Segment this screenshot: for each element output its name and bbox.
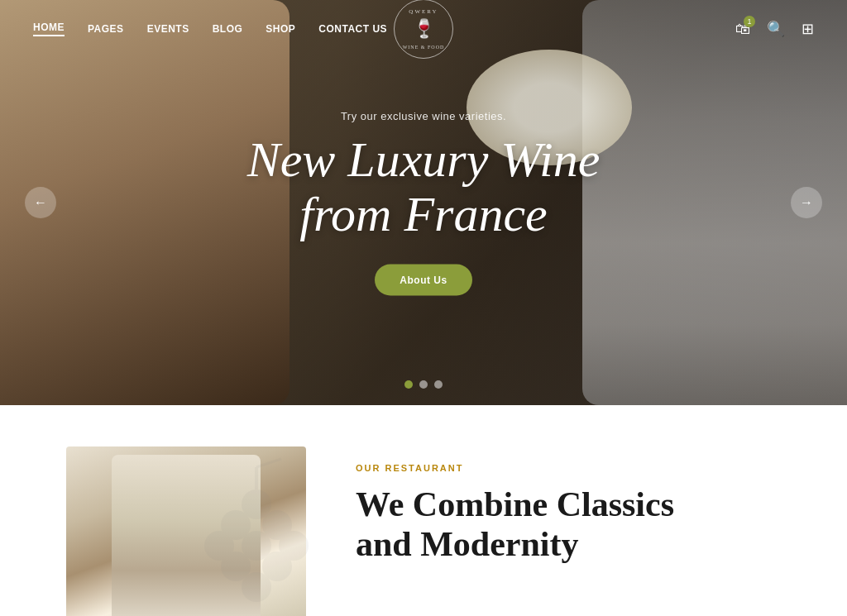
about-image-column bbox=[66, 446, 306, 616]
hero-subtitle: Try our exclusive wine varieties. bbox=[175, 110, 672, 122]
nav-item-pages[interactable]: PAGES bbox=[88, 23, 124, 35]
grape-watermark bbox=[174, 455, 339, 616]
nav-item-shop[interactable]: SHOP bbox=[266, 23, 295, 35]
hero-next-arrow[interactable]: → bbox=[791, 187, 822, 218]
hero-dot-2[interactable] bbox=[419, 380, 428, 389]
hero-title-line1: New Luxury Wine bbox=[247, 132, 601, 187]
search-icon[interactable]: 🔍 bbox=[767, 20, 785, 38]
section-heading: We Combine Classics and Modernity bbox=[356, 485, 781, 565]
about-section: OUR RESTAURANT We Combine Classics and M… bbox=[0, 405, 847, 616]
hero-dot-3[interactable] bbox=[434, 380, 443, 389]
section-heading-line2: and Modernity bbox=[356, 525, 579, 563]
logo-circle: QWERY 🍷 WINE & FOOD bbox=[394, 0, 453, 59]
hero-dot-1[interactable] bbox=[404, 380, 413, 389]
left-arrow-icon: ← bbox=[34, 195, 47, 210]
cart-badge: 1 bbox=[744, 16, 755, 27]
site-header: HOME PAGES EVENTS BLOG SHOP CONTACT US Q… bbox=[0, 0, 847, 58]
hero-title: New Luxury Wine from France bbox=[175, 132, 672, 241]
hero-prev-arrow[interactable]: ← bbox=[25, 187, 56, 218]
right-arrow-icon: → bbox=[800, 195, 813, 210]
hero-dots bbox=[404, 380, 443, 389]
hero-title-line2: from France bbox=[299, 187, 547, 241]
section-tag: OUR RESTAURANT bbox=[356, 463, 781, 473]
hero-content: Try our exclusive wine varieties. New Lu… bbox=[175, 110, 672, 296]
main-nav: HOME PAGES EVENTS BLOG SHOP CONTACT US bbox=[33, 21, 387, 36]
hero-cta-button[interactable]: About Us bbox=[375, 265, 471, 296]
nav-item-blog[interactable]: BLOG bbox=[213, 23, 243, 35]
nav-item-home[interactable]: HOME bbox=[33, 21, 65, 36]
grid-menu-icon[interactable]: ⊞ bbox=[802, 20, 814, 38]
cart-icon[interactable]: 🛍 1 bbox=[735, 21, 750, 38]
nav-item-events[interactable]: EVENTS bbox=[147, 23, 189, 35]
svg-line-10 bbox=[256, 459, 281, 467]
hero-section: HOME PAGES EVENTS BLOG SHOP CONTACT US Q… bbox=[0, 0, 847, 405]
about-text-column: OUR RESTAURANT We Combine Classics and M… bbox=[356, 446, 781, 565]
section-heading-line1: We Combine Classics bbox=[356, 485, 674, 523]
logo-text-bottom: WINE & FOOD bbox=[403, 45, 445, 50]
site-logo[interactable]: QWERY 🍷 WINE & FOOD bbox=[394, 0, 453, 59]
header-icons: 🛍 1 🔍 ⊞ bbox=[735, 20, 814, 38]
svg-point-8 bbox=[242, 572, 271, 602]
nav-item-contact[interactable]: CONTACT US bbox=[318, 23, 387, 35]
logo-text-top: QWERY bbox=[409, 8, 438, 15]
wine-glass-icon: 🍷 bbox=[413, 18, 435, 40]
